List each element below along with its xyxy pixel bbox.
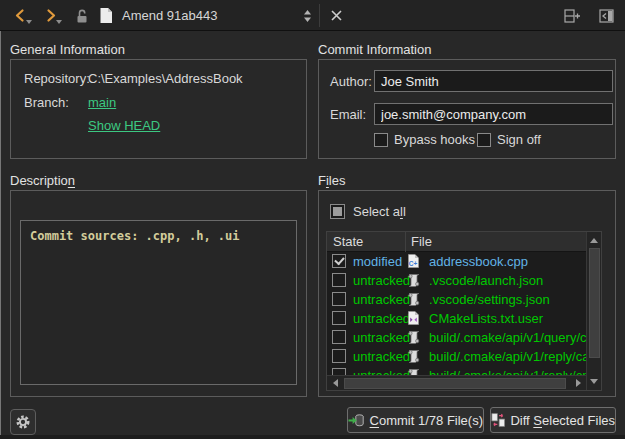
- commit-button[interactable]: Commit 1/78 File(s): [347, 407, 484, 433]
- table-row[interactable]: untracked build/.cmake/api/v1/query/cl: [327, 328, 587, 347]
- file-checkbox[interactable]: [332, 330, 346, 344]
- sign-off-label: Sign off: [497, 132, 541, 147]
- toolbar-separator: [319, 4, 320, 27]
- file-checkbox[interactable]: [332, 349, 346, 363]
- file-state: untracked: [353, 273, 410, 288]
- close-pane-icon: [599, 9, 614, 23]
- triangle-up-icon: [590, 238, 598, 243]
- document-title: Amend 91ab443: [122, 8, 217, 23]
- updown-spinner-icon[interactable]: [303, 9, 312, 23]
- table-row[interactable]: untracked .vscode/settings.json: [327, 290, 587, 309]
- file-name: build/.cmake/api/v1/query/cl: [429, 330, 587, 345]
- cpp-file-icon: C+: [406, 253, 422, 269]
- document-type-button: [94, 5, 118, 26]
- table-row[interactable]: untracked .vscode/launch.json: [327, 271, 587, 290]
- description-text: Commit sources: .cpp, .h, .ui: [30, 229, 240, 243]
- window-left-edge: [0, 31, 1, 439]
- gear-icon: [15, 414, 31, 430]
- split-editor-button[interactable]: [560, 5, 584, 26]
- author-field[interactable]: [374, 70, 613, 92]
- select-all-label: Select all: [353, 204, 406, 219]
- diff-selected-files-button[interactable]: Diff Selected Files: [490, 407, 616, 433]
- file-name: CMakeLists.txt.user: [429, 311, 543, 326]
- branch-label: Branch:: [24, 95, 69, 110]
- diff-button-label: Diff Selected Files: [510, 413, 615, 428]
- email-label: Email:: [330, 107, 366, 122]
- general-info-title: General Information: [10, 42, 125, 57]
- commit-button-label: Commit 1/78 File(s): [370, 413, 483, 428]
- triangle-right-icon: [576, 379, 581, 387]
- user-file-icon: [406, 310, 422, 326]
- commit-icon: [348, 413, 365, 428]
- branch-link[interactable]: main: [88, 95, 116, 110]
- file-checkbox[interactable]: [332, 254, 346, 268]
- open-document-dropdown[interactable]: Amend 91ab443: [116, 0, 318, 31]
- back-button[interactable]: [8, 5, 32, 26]
- vertical-scrollbar[interactable]: [586, 232, 601, 390]
- diff-icon: [491, 412, 505, 428]
- file-name: addressbook.cpp: [429, 254, 528, 269]
- description-editor[interactable]: Commit sources: .cpp, .h, .ui: [20, 220, 297, 385]
- bypass-hooks-label: Bypass hooks: [394, 132, 475, 147]
- scroll-down-button[interactable]: [587, 374, 601, 388]
- table-row[interactable]: untracked build/.cmake/api/v1/reply/ca: [327, 347, 587, 366]
- author-label: Author:: [330, 74, 372, 89]
- column-header-state[interactable]: State: [333, 234, 363, 249]
- split-editor-icon: [564, 9, 581, 23]
- forward-dropdown-caret-icon[interactable]: [56, 20, 62, 24]
- sign-off-checkbox[interactable]: [477, 133, 491, 147]
- vertical-scrollbar-thumb[interactable]: [589, 248, 600, 358]
- file-name: .vscode/settings.json: [429, 292, 550, 307]
- show-head-link[interactable]: Show HEAD: [88, 118, 160, 133]
- close-icon: [330, 9, 343, 22]
- commit-info-title: Commit Information: [318, 42, 431, 57]
- scroll-right-button[interactable]: [571, 376, 585, 390]
- close-document-button[interactable]: [324, 5, 348, 26]
- script-file-icon: [406, 291, 422, 307]
- files-table-header: State File: [327, 232, 587, 252]
- file-state: modified: [353, 254, 402, 269]
- repository-value: C:\Examples\AddressBook: [88, 71, 243, 86]
- triangle-left-icon: [333, 379, 338, 387]
- file-checkbox[interactable]: [332, 311, 346, 325]
- file-state: untracked: [353, 349, 410, 364]
- scroll-left-button[interactable]: [328, 376, 342, 390]
- unlocked-icon: [75, 8, 89, 24]
- script-file-icon: [406, 329, 422, 345]
- svg-text:C+: C+: [409, 260, 418, 267]
- horizontal-scrollbar[interactable]: [327, 375, 586, 390]
- git-commit-editor: Amend 91ab443: [0, 0, 625, 439]
- file-name: build/.cmake/api/v1/reply/ca: [429, 349, 587, 364]
- file-name: .vscode/launch.json: [429, 273, 543, 288]
- bypass-hooks-checkbox[interactable]: [374, 133, 388, 147]
- document-icon: [99, 7, 113, 24]
- forward-button[interactable]: [38, 5, 62, 26]
- files-title: Files: [318, 173, 345, 188]
- settings-button[interactable]: [10, 409, 36, 435]
- description-title: Description: [10, 173, 75, 188]
- file-state: untracked: [353, 330, 410, 345]
- column-divider[interactable]: [405, 232, 406, 252]
- file-state: untracked: [353, 311, 410, 326]
- horizontal-scrollbar-thumb[interactable]: [344, 378, 566, 389]
- select-all-checkbox[interactable]: [330, 204, 345, 219]
- script-file-icon: [406, 348, 422, 364]
- scroll-up-button[interactable]: [587, 233, 601, 247]
- column-header-file[interactable]: File: [411, 234, 432, 249]
- window-bottom-edge: [0, 435, 625, 439]
- email-field[interactable]: [374, 103, 613, 125]
- editor-toolbar: Amend 91ab443: [0, 0, 625, 31]
- files-table-rows: modified C+ addressbook.cpp untracked .v…: [327, 252, 587, 377]
- file-checkbox[interactable]: [332, 273, 346, 287]
- table-row[interactable]: modified C+ addressbook.cpp: [327, 252, 587, 271]
- lock-button[interactable]: [70, 5, 94, 26]
- repository-label: Repository:: [24, 71, 90, 86]
- files-table: State File modified C+ addressbook.cpp u…: [326, 231, 602, 391]
- file-checkbox[interactable]: [332, 292, 346, 306]
- back-dropdown-caret-icon[interactable]: [26, 20, 32, 24]
- triangle-down-icon: [590, 379, 598, 384]
- close-pane-button[interactable]: [594, 5, 618, 26]
- table-row[interactable]: untracked CMakeLists.txt.user: [327, 309, 587, 328]
- script-file-icon: [406, 272, 422, 288]
- file-state: untracked: [353, 292, 410, 307]
